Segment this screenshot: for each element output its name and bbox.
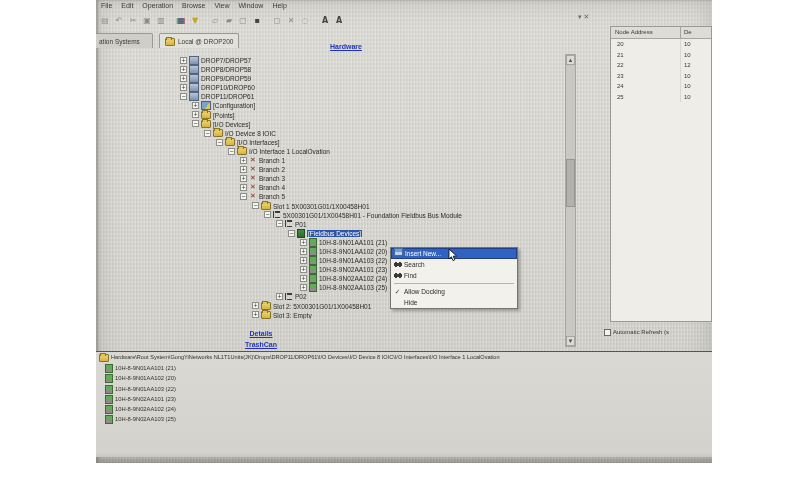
toolbar-overflow[interactable]: ▾ ✕ bbox=[578, 13, 589, 21]
list-item[interactable]: 10H-8-9N02AA102 (24) bbox=[105, 404, 712, 414]
tree-node-label[interactable]: P01 bbox=[295, 220, 307, 227]
expand-toggle[interactable]: − bbox=[276, 220, 283, 227]
expand-toggle[interactable]: + bbox=[240, 175, 247, 182]
font-b-icon[interactable]: A bbox=[333, 14, 345, 27]
font-a-icon[interactable]: A bbox=[319, 14, 331, 27]
expand-toggle[interactable]: + bbox=[240, 157, 247, 164]
list-item[interactable]: 10H-8-9N01AA101 (21) bbox=[105, 363, 712, 373]
tree-node-label[interactable]: Branch 2 bbox=[259, 166, 285, 173]
list-item[interactable]: 10H-8-9N01AA103 (22) bbox=[105, 384, 712, 394]
expand-toggle[interactable]: − bbox=[180, 93, 187, 100]
tree-node-label[interactable]: Slot 3: Empty bbox=[273, 311, 312, 318]
tree-node[interactable]: −I/O Interface 1 LocalOvation bbox=[228, 146, 576, 155]
tree-node[interactable]: +Branch 1 bbox=[240, 155, 576, 164]
tree-node-label[interactable]: [I/O Interfaces] bbox=[237, 139, 280, 146]
tree-node[interactable]: −[I/O Devices] bbox=[192, 119, 576, 128]
node-table-row[interactable]: 2510 bbox=[611, 92, 711, 103]
tree-node-label[interactable]: P02 bbox=[295, 293, 307, 300]
copy-icon[interactable]: ▣ bbox=[141, 14, 153, 27]
expand-toggle[interactable]: + bbox=[300, 275, 307, 282]
expand-toggle[interactable]: + bbox=[180, 57, 187, 64]
expand-toggle[interactable]: + bbox=[252, 311, 259, 318]
tree-node-label[interactable]: 10H-8-9N01AA102 (20) bbox=[319, 248, 387, 255]
node-table-row[interactable]: 2010 bbox=[611, 39, 711, 50]
filter-icon[interactable]: ▼ bbox=[189, 14, 201, 27]
node-table-row[interactable]: 2310 bbox=[611, 71, 711, 82]
node-table-row[interactable]: 2110 bbox=[611, 50, 711, 61]
expand-toggle[interactable]: + bbox=[300, 266, 307, 273]
tree-node[interactable]: +DROP7/DROP57 bbox=[180, 55, 576, 64]
node-table-row[interactable]: 2410 bbox=[611, 81, 711, 92]
expand-toggle[interactable]: + bbox=[192, 111, 199, 118]
toolbar-end-icons[interactable]: ▾ ✕ bbox=[578, 13, 589, 20]
tree-node[interactable]: +DROP10/DROP60 bbox=[180, 82, 576, 91]
list-item[interactable]: 10H-8-9N01AA102 (20) bbox=[105, 373, 712, 383]
import-icon[interactable]: ▰ bbox=[223, 14, 235, 27]
tree-node-label[interactable]: 10H-8-9N02AA102 (24) bbox=[319, 275, 387, 282]
expand-toggle[interactable]: + bbox=[240, 166, 247, 173]
expand-toggle[interactable]: + bbox=[300, 239, 307, 246]
tree-node[interactable]: −Branch 5 bbox=[240, 191, 576, 200]
details-link[interactable]: Details bbox=[216, 330, 306, 337]
expand-toggle[interactable]: − bbox=[192, 120, 199, 127]
tree-node[interactable]: −DROP11/DROP61 bbox=[180, 91, 576, 100]
tree-node-label[interactable]: I/O Interface 1 LocalOvation bbox=[249, 148, 330, 155]
expand-toggle[interactable]: + bbox=[240, 184, 247, 191]
menu-window[interactable]: Window bbox=[238, 0, 263, 11]
menu-help[interactable]: Help bbox=[272, 0, 286, 11]
expand-toggle[interactable]: + bbox=[300, 284, 307, 291]
menu-browse[interactable]: Browse bbox=[182, 0, 205, 11]
expand-toggle[interactable]: + bbox=[180, 75, 187, 82]
tree-node-label[interactable]: [I/O Devices] bbox=[213, 120, 250, 127]
node-table-row[interactable]: 2212 bbox=[611, 60, 711, 71]
select-icon[interactable]: ◻ bbox=[271, 14, 283, 27]
tree-node[interactable]: +Branch 3 bbox=[240, 173, 576, 182]
expand-toggle[interactable]: + bbox=[180, 66, 187, 73]
tree-node-label[interactable]: Slot 1 5X00301G01/1X00458H01 bbox=[273, 202, 370, 209]
tree-node-label[interactable]: 10H-8-9N01AA103 (22) bbox=[319, 257, 387, 264]
tree-node[interactable]: +Branch 4 bbox=[240, 182, 576, 191]
scroll-down-icon[interactable]: ▼ bbox=[566, 336, 575, 346]
menu-file[interactable]: File bbox=[101, 0, 112, 11]
cut-icon[interactable]: ✂ bbox=[127, 14, 139, 27]
tree-node[interactable]: −I/O Device 8 IOIC bbox=[204, 128, 576, 137]
expand-toggle[interactable]: − bbox=[240, 193, 247, 200]
tree-node-label[interactable]: Branch 3 bbox=[259, 175, 285, 182]
expand-toggle[interactable]: − bbox=[204, 130, 211, 137]
tree-node-label[interactable]: Slot 2: 5X00301G01/1X00458H01 bbox=[273, 302, 371, 309]
refresh-icon[interactable]: ◌ bbox=[299, 14, 311, 27]
context-menu-item-hide[interactable]: Hide bbox=[391, 297, 517, 308]
tree-node-label[interactable]: Branch 1 bbox=[259, 157, 285, 164]
tree-node-label[interactable]: 5X00301G01/1X00458H01 - Foundation Field… bbox=[283, 211, 462, 218]
tree-node[interactable]: +DROP9/DROP59 bbox=[180, 73, 576, 82]
tree-node-label[interactable]: 10H-8-9N01AA101 (21) bbox=[319, 239, 387, 246]
tree-node-label[interactable]: DROP10/DROP60 bbox=[201, 84, 255, 91]
menu-operation[interactable]: Operation bbox=[142, 0, 173, 11]
camera-icon[interactable]: ▪ bbox=[251, 14, 263, 27]
tree-node[interactable]: +10H-8-9N01AA101 (21) bbox=[300, 237, 576, 246]
expand-toggle[interactable]: + bbox=[300, 248, 307, 255]
menu-edit[interactable]: Edit bbox=[121, 0, 133, 11]
context-menu-item-find[interactable]: Find bbox=[391, 270, 517, 281]
column-node-address[interactable]: Node Address bbox=[611, 27, 681, 38]
tree-node-label[interactable]: 10H-8-9N02AA101 (23) bbox=[319, 266, 387, 273]
expand-toggle[interactable]: − bbox=[252, 202, 259, 209]
tree-node[interactable]: −[Fieldbus Devices] bbox=[288, 228, 576, 237]
expand-toggle[interactable]: + bbox=[192, 102, 199, 109]
tree-node-label[interactable]: [Fieldbus Devices] bbox=[307, 230, 362, 237]
tree-node-label[interactable]: [Points] bbox=[213, 111, 235, 118]
expand-toggle[interactable]: + bbox=[180, 84, 187, 91]
tree-node[interactable]: +Slot 3: Empty bbox=[252, 310, 576, 319]
tree-node-label[interactable]: DROP11/DROP61 bbox=[201, 93, 254, 100]
undo-icon[interactable]: ↶ bbox=[113, 14, 125, 27]
tree-scrollbar[interactable]: ▲ ▼ bbox=[565, 54, 576, 347]
context-menu-item-allow-docking[interactable]: ✓Allow Docking bbox=[391, 286, 517, 297]
tree-node-label[interactable]: DROP9/DROP59 bbox=[201, 75, 251, 82]
scrollbar-thumb[interactable] bbox=[566, 159, 575, 207]
tree-node[interactable]: +DROP8/DROP58 bbox=[180, 64, 576, 73]
color-grid-icon[interactable]: ▦ bbox=[175, 14, 187, 27]
scroll-up-icon[interactable]: ▲ bbox=[566, 55, 575, 65]
tree-node[interactable]: −5X00301G01/1X00458H01 - Foundation Fiel… bbox=[264, 210, 576, 219]
tree-node-label[interactable]: Branch 5 bbox=[259, 193, 285, 200]
tree-node-label[interactable]: 10H-8-9N02AA103 (25) bbox=[319, 284, 387, 291]
